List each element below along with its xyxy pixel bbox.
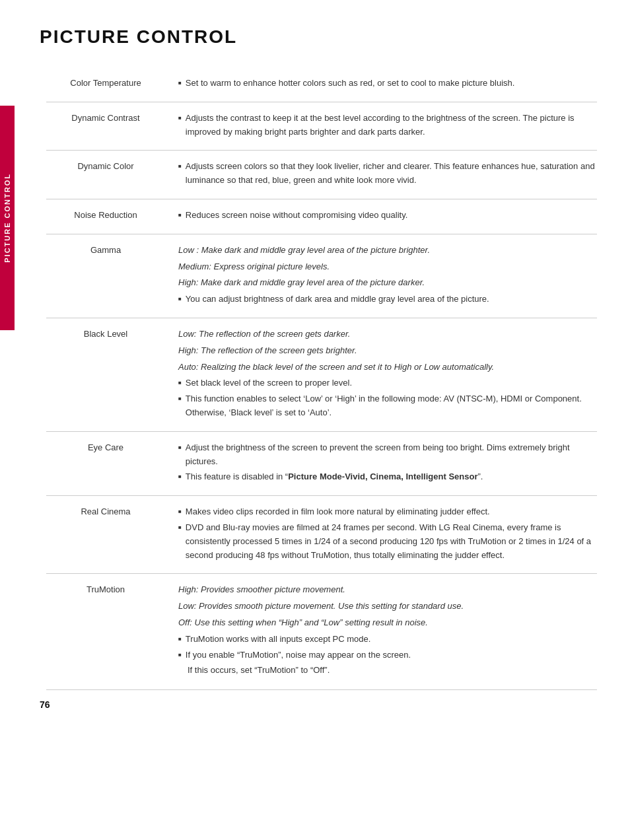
table-row: Noise ReductionReduces screen noise with… <box>46 199 597 234</box>
row-description: Makes video clips recorded in film look … <box>178 505 597 564</box>
side-tab: PICTURE CONTROL <box>0 106 15 330</box>
italic-item: High: Make dark and middle gray level ar… <box>178 276 597 290</box>
italic-item: Low: Provides smooth picture movement. U… <box>178 600 597 613</box>
italic-item: Medium: Express original picture levels. <box>178 260 597 274</box>
row-description: Adjusts screen colors so that they look … <box>178 160 597 190</box>
table-row: Black LevelLow: The reflection of the sc… <box>46 318 597 432</box>
bullet-item: If you enable “TruMotion”, noise may app… <box>178 648 597 662</box>
row-label: Eye Care <box>46 441 178 452</box>
bullet-item: Set to warm to enhance hotter colors suc… <box>178 77 597 90</box>
row-description: High: Provides smoother picture movement… <box>178 583 597 680</box>
row-label: Gamma <box>46 244 178 255</box>
italic-item: Low : Make dark and middle gray level ar… <box>178 244 597 258</box>
table-row: Color TemperatureSet to warm to enhance … <box>46 67 597 102</box>
row-description: Low : Make dark and middle gray level ar… <box>178 244 597 308</box>
bullet-item: Adjusts screen colors so that they look … <box>178 160 597 188</box>
row-label: Noise Reduction <box>46 209 178 220</box>
page-title: PICTURE CONTROL <box>40 26 590 48</box>
italic-item: Low: The reflection of the screen gets d… <box>178 328 597 341</box>
bullet-item: Adjust the brightness of the screen to p… <box>178 441 597 469</box>
table-row: Dynamic ColorAdjusts screen colors so th… <box>46 151 597 199</box>
table-row: GammaLow : Make dark and middle gray lev… <box>46 234 597 318</box>
bullet-item: DVD and Blu-ray movies are filmed at 24 … <box>178 521 597 562</box>
row-description: Reduces screen noise without compromisin… <box>178 209 597 225</box>
main-content: Color TemperatureSet to warm to enhance … <box>46 67 597 690</box>
table-row: Real CinemaMakes video clips recorded in… <box>46 496 597 574</box>
bullet-item: Adjusts the contrast to keep it at the b… <box>178 112 597 139</box>
italic-item: Auto: Realizing the black level of the s… <box>178 361 597 374</box>
row-label: Color Temperature <box>46 77 178 88</box>
table-row: Dynamic ContrastAdjusts the contrast to … <box>46 102 597 151</box>
table-row: Eye CareAdjust the brightness of the scr… <box>46 432 597 496</box>
row-label: Black Level <box>46 328 178 339</box>
bullet-item: You can adjust brightness of dark area a… <box>178 293 597 306</box>
italic-item: High: Provides smoother picture movement… <box>178 583 597 597</box>
row-label: TruMotion <box>46 583 178 594</box>
italic-item: High: The reflection of the screen gets … <box>178 344 597 358</box>
side-tab-label: PICTURE CONTROL <box>3 173 11 263</box>
page-number: 76 <box>40 699 50 710</box>
bullet-item: Reduces screen noise without compromisin… <box>178 209 597 223</box>
row-description: Set to warm to enhance hotter colors suc… <box>178 77 597 92</box>
row-description: Adjusts the contrast to keep it at the b… <box>178 112 597 141</box>
row-label: Dynamic Color <box>46 160 178 171</box>
bullet-bold-item: This feature is disabled in “Picture Mod… <box>178 470 597 484</box>
bullet-item: Set black level of the screen to proper … <box>178 376 597 390</box>
table-row: TruMotionHigh: Provides smoother picture… <box>46 574 597 690</box>
plain-indent-item: If this occurs, set “TruMotion” to “Off”… <box>178 664 597 678</box>
row-description: Low: The reflection of the screen gets d… <box>178 328 597 422</box>
italic-item: Off: Use this setting when “High” and “L… <box>178 616 597 630</box>
row-label: Real Cinema <box>46 505 178 516</box>
row-label: Dynamic Contrast <box>46 112 178 123</box>
rows-table: Color TemperatureSet to warm to enhance … <box>46 67 597 690</box>
bullet-item: Makes video clips recorded in film look … <box>178 505 597 519</box>
page-container: PICTURE CONTROL PICTURE CONTROL Color Te… <box>0 0 630 730</box>
bullet-item: TruMotion works with all inputs except P… <box>178 633 597 647</box>
row-description: Adjust the brightness of the screen to p… <box>178 441 597 486</box>
bullet-item: This function enables to select ‘Low’ or… <box>178 392 597 420</box>
